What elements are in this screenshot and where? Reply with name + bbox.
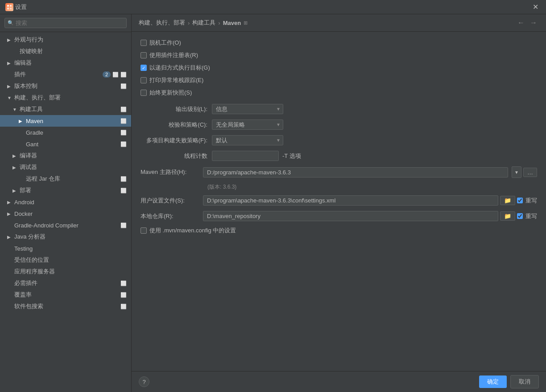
breadcrumb-part-2[interactable]: 构建工具 [192, 19, 215, 27]
output-level-select[interactable]: 信息 调试 警告 错误 [212, 104, 283, 114]
arrow-icon: ▶ [7, 200, 12, 205]
title-bar: 设置 ✕ [0, 0, 546, 14]
sidebar-item-remote-jar[interactable]: 远程 Jar 仓库 ⬜ [0, 173, 131, 185]
sidebar-item-label: Testing [14, 245, 127, 252]
close-button[interactable]: ✕ [530, 2, 541, 12]
sidebar-item-gant[interactable]: Gant ⬜ [0, 138, 131, 150]
checkbox-always-update-input[interactable] [141, 90, 147, 96]
sidebar-item-coverage[interactable]: 覆盖率 ⬜ [0, 289, 131, 301]
sidebar-item-gradle[interactable]: Gradle ⬜ [0, 127, 131, 138]
gradle-icon: ⬜ [120, 130, 127, 136]
arrow-icon: ▶ [19, 119, 24, 124]
sidebar-item-deploy[interactable]: ▶ 部署 ⬜ [0, 185, 131, 196]
plugin-badge: 2 [103, 71, 111, 78]
app-logo [5, 3, 13, 11]
search-input[interactable] [16, 20, 124, 26]
user-settings-browse-btn[interactable]: 📁 [500, 196, 515, 205]
sidebar-item-required-plugins[interactable]: 必需插件 ⬜ [0, 277, 131, 289]
search-bar: 🔍 [0, 14, 131, 32]
checkbox-offline: 脱机工作(O) [141, 39, 537, 47]
checkbox-recursive: 以递归方式执行目标(G) [141, 64, 537, 72]
sidebar-item-label: 应用程序服务器 [14, 268, 127, 276]
browse-icon: … [527, 169, 533, 176]
forward-button[interactable]: → [528, 18, 539, 28]
sidebar-item-keymap[interactable]: 按键映射 [0, 45, 131, 57]
user-settings-label: 用户设置文件(S): [141, 197, 203, 205]
required-plugins-icon: ⬜ [120, 281, 127, 286]
folder-icon: 📁 [504, 197, 511, 204]
sidebar-item-label: 构建、执行、部署 [14, 94, 127, 102]
sidebar-item-label: 部署 [20, 186, 119, 194]
maven-home-input[interactable] [203, 167, 508, 177]
sidebar-item-compiler[interactable]: ▶ 编译器 [0, 150, 131, 161]
maven-home-dropdown-btn[interactable]: ▼ [512, 166, 521, 178]
sidebar-item-build-exec-deploy[interactable]: ▼ 构建、执行、部署 [0, 92, 131, 103]
sidebar-list: ▶ 外观与行为 按键映射 ▶ 编辑器 插件 2 ⬜ ⬜ [0, 32, 131, 392]
sidebar-item-label: Docker [14, 210, 127, 217]
sidebar-item-label: Gradle [26, 129, 119, 136]
local-repo-actions: 📁 重写 [500, 211, 537, 221]
use-mvn-config-label: 使用 .mvn/maven.config 中的设置 [149, 227, 236, 235]
check-strategy-row: 校验和策略(C): 无全局策略 严格 宽松 ▼ [141, 120, 537, 130]
checkbox-plugin-registry-input[interactable] [141, 52, 147, 58]
cancel-button[interactable]: 取消 [510, 375, 539, 388]
sidebar-item-app-servers[interactable]: 应用程序服务器 [0, 266, 131, 277]
confirm-button[interactable]: 确定 [479, 375, 507, 388]
translate-icon: ⬜ [112, 72, 119, 78]
breadcrumb: 构建、执行、部署 › 构建工具 › Maven ⊞ [139, 19, 516, 27]
sidebar-item-trusted-locations[interactable]: 受信任的位置 [0, 254, 131, 266]
multi-project-fail-select[interactable]: 默认 最后失败 最快失败 不失败 [212, 135, 283, 145]
sidebar-item-label: 编辑器 [14, 59, 127, 67]
maven-home-browse-btn[interactable]: … [523, 168, 537, 177]
sidebar-item-pkg-search[interactable]: 软件包搜索 ⬜ [0, 301, 131, 312]
checkbox-print-stack: 打印异常堆栈跟踪(E) [141, 76, 537, 84]
sidebar-item-vcs[interactable]: ▶ 版本控制 ⬜ [0, 80, 131, 92]
sidebar-item-android[interactable]: ▶ Android [0, 196, 131, 208]
checkbox-recursive-label: 以递归方式执行目标(G) [149, 64, 210, 72]
arrow-icon: ▶ [7, 61, 12, 66]
sidebar-item-label: Gant [26, 141, 119, 148]
sidebar-item-java-analysis[interactable]: ▶ Java 分析器 [0, 231, 131, 243]
check-strategy-select-wrap: 无全局策略 严格 宽松 ▼ [212, 120, 283, 130]
arrow-icon: ▶ [7, 235, 12, 239]
local-repo-row: 本地仓库(R): 📁 重写 [141, 211, 537, 221]
arrow-icon: ▼ [7, 95, 12, 100]
sidebar-item-label: 远程 Jar 仓库 [26, 175, 119, 183]
sidebar-item-plugins[interactable]: 插件 2 ⬜ ⬜ [0, 69, 131, 80]
back-button[interactable]: ← [516, 18, 526, 28]
check-strategy-select[interactable]: 无全局策略 严格 宽松 [212, 120, 283, 130]
sidebar-item-gradle-android[interactable]: Gradle-Android Compiler ⬜ [0, 219, 131, 231]
output-level-row: 输出级别(L): 信息 调试 警告 错误 ▼ [141, 104, 537, 114]
use-mvn-config-checkbox[interactable] [141, 227, 147, 234]
coverage-icon: ⬜ [120, 292, 127, 298]
local-repo-browse-btn[interactable]: 📁 [500, 211, 515, 221]
multi-project-fail-row: 多项目构建失败策略(F): 默认 最后失败 最快失败 不失败 ▼ [141, 135, 537, 145]
breadcrumb-part-1[interactable]: 构建、执行、部署 [139, 19, 185, 27]
sidebar-item-testing[interactable]: Testing [0, 243, 131, 254]
search-icon: 🔍 [8, 20, 14, 26]
local-repo-input[interactable] [203, 211, 498, 221]
checkbox-recursive-input[interactable] [141, 65, 147, 71]
thread-count-input[interactable] [212, 151, 279, 161]
sidebar-item-editor[interactable]: ▶ 编辑器 [0, 57, 131, 69]
sidebar-item-docker[interactable]: ▶ Docker [0, 208, 131, 219]
sidebar-item-label: 外观与行为 [14, 36, 127, 44]
sidebar-item-appearance[interactable]: ▶ 外观与行为 [0, 34, 131, 45]
sidebar-item-maven[interactable]: ▶ Maven ⬜ [0, 115, 131, 127]
user-settings-override: 重写 [517, 197, 537, 205]
checkbox-print-stack-input[interactable] [141, 77, 147, 83]
checkbox-offline-label: 脱机工作(O) [149, 39, 181, 47]
vcs-icon: ⬜ [120, 83, 127, 89]
user-settings-actions: 📁 重写 [500, 196, 537, 205]
checkbox-offline-input[interactable] [141, 40, 147, 46]
help-button[interactable]: ? [139, 376, 149, 387]
sidebar-item-label: 受信任的位置 [14, 256, 127, 264]
checkbox-always-update-label: 始终更新快照(S) [149, 89, 192, 97]
sidebar-item-build-tools[interactable]: ▼ 构建工具 ⬜ [0, 103, 131, 115]
user-settings-input[interactable] [203, 195, 498, 206]
local-repo-override-checkbox[interactable] [517, 213, 523, 219]
user-settings-override-checkbox[interactable] [517, 198, 523, 203]
sidebar-item-debugger[interactable]: ▶ 调试器 [0, 161, 131, 173]
nav-buttons: ← → [516, 18, 539, 28]
sidebar-item-label: Gradle-Android Compiler [14, 222, 119, 229]
